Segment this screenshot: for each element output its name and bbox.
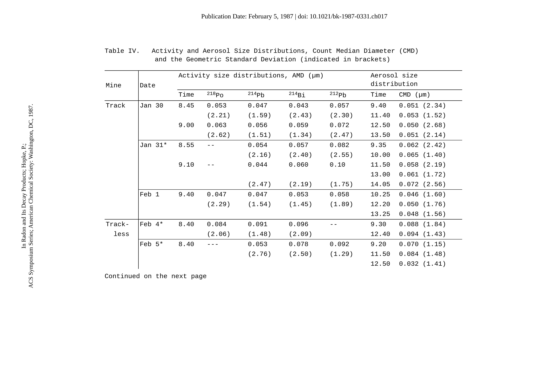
cell: (2.50) [288,249,328,259]
cell: (2.30) [329,111,370,121]
cell: 0.088 (1.84) [398,219,462,229]
cell: 0.044 [247,160,288,170]
cell: 0.051 (2.34) [398,101,462,111]
cell: (2.76) [247,249,288,259]
cell: 0.062 (2.42) [398,140,462,150]
col-bi214: 214Bi [288,90,328,101]
table-row: 9.10 -- 0.044 0.060 0.10 11.50 0.058 (2.… [105,160,462,170]
cell: 12.20 [370,199,398,209]
cell: 0.047 [247,101,288,111]
cell: (2.06) [206,229,247,239]
cell: 8.45 [177,101,206,111]
date-cell: Feb 4* [138,219,177,229]
spanner-aerosol: Aerosol size distribution [370,71,462,89]
cell: 0.092 [329,239,370,249]
cell: 0.057 [329,101,370,111]
col-date: Date [138,71,177,101]
col-pb214: 214Pb [247,90,288,101]
cell: (2.47) [329,130,370,140]
cell: -- [329,219,370,229]
cell: 0.072 [329,121,370,130]
date-cell: Jan 31* [138,140,177,150]
cell: 0.072 (2.56) [398,180,462,190]
cell: -- [206,160,247,170]
side-credit: In Radon and Its Decay Products; Hopke, … [20,104,34,288]
cell: 0.053 [247,239,288,249]
cell: 9.30 [370,219,398,229]
cell: (1.51) [247,130,288,140]
spanner-aerosol-l1: Aerosol size [371,72,418,79]
cell: 12.50 [370,121,398,130]
cell: 9.35 [370,140,398,150]
table-row: (2.21) (1.59) (2.43) (2.30) 11.40 0.053 … [105,111,462,121]
cell: -- [206,140,247,150]
cell: (1.75) [329,180,370,190]
cell: 9.40 [177,190,206,199]
table-row: 13.25 0.048 (1.56) [105,209,462,219]
date-cell: Jan 30 [138,101,177,111]
cell: 0.048 (1.56) [398,209,462,219]
cell: 0.058 [329,190,370,199]
cell: 0.082 [329,140,370,150]
cell: 0.051 (2.14) [398,130,462,140]
cell: (1.59) [247,111,288,121]
mine-cell: Track- [105,219,138,229]
cell: (2.43) [288,111,328,121]
spanner-aerosol-l2: distribution [371,80,418,88]
cell: (2.09) [288,229,328,239]
publication-header: Publication Date: February 5, 1987 | doi… [0,12,545,20]
table-row: less (2.06) (1.48) (2.09) 12.40 0.094 (1… [105,229,462,239]
caption-line-2: and the Geometric Standard Deviation (in… [155,56,390,63]
table-row: Track- Feb 4* 8.40 0.084 0.091 0.096 -- … [105,219,462,229]
cell: 9.20 [370,239,398,249]
cell: 0.050 (1.76) [398,199,462,209]
cell: 0.078 [288,239,328,249]
cell: 0.047 [247,190,288,199]
caption-line-1: Activity and Aerosol Size Distributions,… [152,47,419,55]
cell: 11.50 [370,160,398,170]
col-mine: Mine [105,71,138,101]
cell: 13.50 [370,130,398,140]
col-time-activity: Time [177,90,206,101]
mine-cell: Track [105,101,138,111]
table-label: Table IV. [105,47,140,55]
table-row: Jan 31* 8.55 -- 0.054 0.057 0.082 9.35 0… [105,140,462,150]
cell: (1.54) [247,199,288,209]
table-row: 9.00 0.063 0.056 0.059 0.072 12.50 0.050… [105,121,462,130]
table-block: Table IV. Activity and Aerosol Size Dist… [105,47,462,281]
table-continued-note: Continued on the next page [105,272,462,281]
data-table: Mine Date Activity size distributions, A… [105,70,462,269]
cell: 14.05 [370,180,398,190]
cell: 0.047 [206,190,247,199]
table-row: 12.50 0.032 (1.41) [105,259,462,269]
cell: 0.065 (1.40) [398,150,462,160]
cell: (1.48) [247,229,288,239]
cell: 0.061 (1.72) [398,170,462,180]
cell: 0.060 [288,160,328,170]
cell: 8.55 [177,140,206,150]
cell: (2.29) [206,199,247,209]
cell: (2.62) [206,130,247,140]
col-time-aerosol: Time [370,90,398,101]
cell: 11.40 [370,111,398,121]
cell: (2.19) [288,180,328,190]
cell: 0.057 [288,140,328,150]
col-po218: 218Po [206,90,247,101]
table-row: (2.62) (1.51) (1.34) (2.47) 13.50 0.051 … [105,130,462,140]
spanner-activity: Activity size distributions, AMD (µm) [177,71,370,89]
cell: 12.50 [370,259,398,269]
cell: 0.094 (1.43) [398,229,462,239]
cell: 0.063 [206,121,247,130]
cell: 11.50 [370,249,398,259]
table-row: Track Jan 30 8.45 0.053 0.047 0.043 0.05… [105,101,462,111]
cell: 13.25 [370,209,398,219]
table-row: Feb 1 9.40 0.047 0.047 0.053 0.058 10.25… [105,190,462,199]
cell: 0.043 [288,101,328,111]
cell: (2.47) [247,180,288,190]
table-row: 13.00 0.061 (1.72) [105,170,462,180]
page: Publication Date: February 5, 1987 | doi… [0,0,545,392]
table-row: (2.76) (2.50) (1.29) 11.50 0.084 (1.48) [105,249,462,259]
cell: 0.053 (1.52) [398,111,462,121]
cell: 8.40 [177,219,206,229]
col-cmd: CMD (µm) [398,90,462,101]
